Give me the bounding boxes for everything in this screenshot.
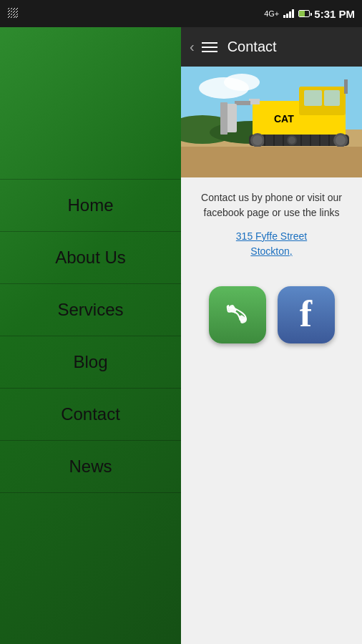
svg-point-19 [253, 135, 263, 145]
svg-rect-9 [324, 90, 340, 106]
sidebar-nav: Home About Us Services Blog Contact News [0, 179, 181, 493]
svg-text:CAT: CAT [274, 113, 294, 125]
main-layout: Home About Us Services Blog Contact News… [0, 27, 362, 644]
svg-rect-30 [181, 147, 362, 177]
status-left: ⛆ [7, 7, 19, 20]
svg-point-20 [336, 135, 346, 145]
hamburger-line-3 [202, 51, 217, 52]
page-title: Contact [228, 39, 277, 55]
sidebar-item-contact[interactable]: Contact [0, 389, 181, 441]
hamburger-line-1 [202, 42, 217, 44]
battery-icon [298, 10, 310, 17]
status-time: 5:31 PM [314, 8, 355, 20]
svg-rect-10 [344, 79, 348, 94]
svg-point-21 [288, 137, 295, 144]
status-bar: ⛆ 4G+ 5:31 PM [0, 0, 362, 27]
facebook-icon: f [300, 293, 312, 335]
lte-icon: 4G+ [264, 9, 279, 18]
back-button[interactable]: ‹ [190, 39, 195, 55]
bulldozer-illustration: CAT [181, 67, 362, 177]
top-bar: ‹ Contact [181, 27, 362, 67]
hamburger-button[interactable] [202, 42, 217, 52]
sidebar: Home About Us Services Blog Contact News [0, 27, 181, 644]
phone-button[interactable] [209, 286, 266, 343]
bar4 [292, 9, 294, 18]
svg-rect-12 [235, 101, 250, 105]
network-label: 4G+ [264, 9, 279, 18]
sidebar-item-blog[interactable]: Blog [0, 336, 181, 389]
sidebar-item-home[interactable]: Home [0, 179, 181, 232]
contact-body-text: Contact us by phone or visit our faceboo… [191, 190, 352, 220]
svg-rect-14 [220, 102, 228, 135]
battery-fill [299, 11, 305, 16]
svg-point-2 [224, 74, 260, 91]
svg-rect-11 [249, 99, 260, 104]
facebook-button[interactable]: f [278, 286, 335, 343]
phone-icon [222, 300, 253, 330]
bar3 [289, 11, 291, 18]
sidebar-item-news[interactable]: News [0, 441, 181, 493]
signal-icon [283, 9, 294, 18]
contact-address[interactable]: 315 Fyffe StreetStockton, [191, 229, 352, 259]
svg-rect-8 [304, 90, 322, 106]
hamburger-line-2 [202, 47, 217, 48]
bar2 [286, 14, 288, 18]
sidebar-item-about[interactable]: About Us [0, 232, 181, 284]
contact-content: Contact us by phone or visit our faceboo… [181, 177, 362, 280]
action-buttons: f [181, 280, 362, 349]
bar1 [283, 15, 285, 18]
sidebar-item-services[interactable]: Services [0, 284, 181, 336]
content-panel: ‹ Contact [181, 27, 362, 644]
hero-image: CAT [181, 67, 362, 177]
status-right: 4G+ 5:31 PM [264, 8, 355, 20]
usb-icon: ⛆ [7, 7, 19, 20]
